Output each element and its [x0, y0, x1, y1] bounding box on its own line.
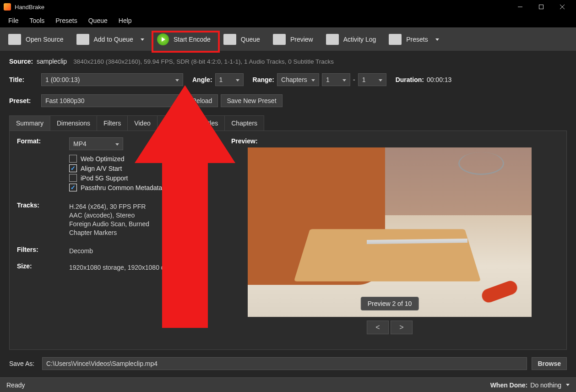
open-source-label: Open Source [26, 36, 64, 43]
tab-video[interactable]: Video [127, 115, 158, 131]
track-line: Foreign Audio Scan, Burned [69, 220, 149, 228]
passthru-checkbox[interactable]: Passthru Common Metadata [69, 184, 162, 191]
checkbox-icon [69, 174, 77, 182]
tracks-label: Tracks: [17, 201, 46, 238]
range-from-select[interactable]: 1 [322, 73, 350, 86]
status-text: Ready [6, 381, 25, 389]
menu-file[interactable]: File [4, 16, 23, 26]
queue-icon [223, 34, 236, 45]
range-dash: - [353, 76, 355, 83]
range-type-select[interactable]: Chapters [277, 73, 319, 86]
when-done-label: When Done: [490, 381, 528, 389]
open-source-icon [8, 34, 21, 45]
angle-value: 1 [219, 76, 223, 83]
chevron-down-icon [435, 38, 439, 41]
reload-button[interactable]: Reload [186, 94, 218, 107]
statusbar: Ready When Done: Do nothing [0, 377, 576, 392]
activity-log-label: Activity Log [343, 36, 376, 43]
chevron-down-icon [566, 384, 570, 386]
svg-rect-1 [539, 5, 543, 9]
menu-presets[interactable]: Presets [51, 16, 82, 26]
web-optimized-checkbox[interactable]: Web Optimized [69, 155, 162, 163]
ipod-checkbox[interactable]: iPod 5G Support [69, 174, 162, 182]
tab-audio[interactable]: Audio [157, 115, 187, 131]
preview-label: Preview [290, 36, 313, 43]
tab-dimensions[interactable]: Dimensions [50, 115, 97, 131]
checkbox-icon [69, 164, 77, 172]
source-info: 3840x2160 (3840x2160), 59.94 FPS, SDR (8… [73, 58, 334, 65]
activity-log-icon [326, 34, 339, 45]
preset-label: Preset: [9, 97, 34, 104]
preview-image: Preview 2 of 10 [248, 147, 532, 317]
save-as-value: C:\Users\Vince\Videos\Sampleclip.mp4 [46, 360, 158, 367]
menu-help[interactable]: Help [114, 16, 136, 26]
range-to-select[interactable]: 1 [358, 73, 386, 86]
tab-subtitles[interactable]: Subtitles [187, 115, 225, 131]
ipod-label: iPod 5G Support [81, 174, 128, 182]
menu-queue[interactable]: Queue [84, 16, 112, 26]
presets-button[interactable]: Presets [382, 31, 445, 48]
tab-chapters[interactable]: Chapters [224, 115, 264, 131]
preview-next-button[interactable]: > [391, 321, 413, 334]
activity-log-button[interactable]: Activity Log [320, 31, 383, 48]
open-source-button[interactable]: Open Source [2, 31, 70, 48]
preset-field[interactable]: Fast 1080p30 [41, 94, 183, 107]
title-select[interactable]: 1 (00:00:13) [41, 73, 183, 86]
format-select[interactable]: MP4 [69, 137, 123, 150]
align-av-label: Align A/V Start [81, 165, 122, 172]
filters-value: Decomb [69, 247, 93, 255]
start-encode-label: Start Encode [174, 36, 211, 43]
size-value: 1920x1080 storage, 1920x1080 display [69, 264, 181, 271]
window-title: HandBrake [15, 4, 514, 11]
filters-label: Filters: [17, 246, 46, 256]
menu-tools[interactable]: Tools [25, 16, 49, 26]
start-encode-button[interactable]: Start Encode [151, 31, 217, 48]
preview-prev-button[interactable]: < [367, 321, 389, 334]
size-label: Size: [17, 262, 46, 272]
range-to-value: 1 [362, 76, 366, 83]
tab-filters[interactable]: Filters [97, 115, 128, 131]
angle-label: Angle: [192, 76, 212, 83]
tabs: Summary Dimensions Filters Video Audio S… [9, 115, 567, 131]
play-icon [157, 33, 169, 45]
range-type-value: Chapters [281, 76, 307, 83]
chevron-down-icon [141, 38, 144, 41]
add-to-queue-icon [76, 34, 89, 45]
save-new-preset-button[interactable]: Save New Preset [221, 94, 282, 107]
track-line: H.264 (x264), 30 FPS PFR [69, 203, 149, 210]
close-button[interactable] [556, 2, 569, 11]
summary-panel: Format: MP4 Web Optimized Align A/V Star… [9, 131, 567, 350]
align-av-checkbox[interactable]: Align A/V Start [69, 164, 162, 172]
format-label: Format: [17, 137, 46, 193]
preview-icon [273, 34, 286, 45]
minimize-button[interactable] [514, 2, 527, 11]
title-value: 1 (00:00:13) [45, 76, 80, 83]
preview-badge: Preview 2 of 10 [361, 297, 419, 310]
angle-select[interactable]: 1 [215, 73, 244, 86]
browse-button[interactable]: Browse [532, 357, 567, 370]
duration-value: 00:00:13 [427, 76, 452, 83]
maximize-button[interactable] [535, 2, 548, 11]
main-panel: Source: sampleclip 3840x2160 (3840x2160)… [0, 51, 576, 377]
track-line: Chapter Markers [69, 229, 149, 236]
add-to-queue-label: Add to Queue [94, 36, 133, 43]
checkbox-icon [69, 184, 77, 191]
format-value: MP4 [73, 140, 87, 147]
source-name: sampleclip [37, 58, 67, 65]
web-optimized-label: Web Optimized [81, 155, 124, 163]
tab-summary[interactable]: Summary [9, 115, 50, 131]
preview-button[interactable]: Preview [266, 31, 320, 48]
duration-label: Duration: [396, 76, 424, 83]
when-done-select[interactable]: Do nothing [530, 381, 570, 389]
save-as-input[interactable]: C:\Users\Vince\Videos\Sampleclip.mp4 [42, 357, 527, 370]
presets-label: Presets [406, 36, 428, 43]
range-from-value: 1 [326, 76, 330, 83]
queue-button[interactable]: Queue [217, 31, 266, 48]
queue-label: Queue [241, 36, 260, 43]
when-done-value: Do nothing [530, 381, 561, 389]
range-label: Range: [253, 76, 274, 83]
source-label: Source: [9, 58, 34, 65]
track-line: AAC (avcodec), Stereo [69, 212, 149, 219]
passthru-label: Passthru Common Metadata [81, 184, 162, 191]
add-to-queue-button[interactable]: Add to Queue [70, 31, 151, 48]
